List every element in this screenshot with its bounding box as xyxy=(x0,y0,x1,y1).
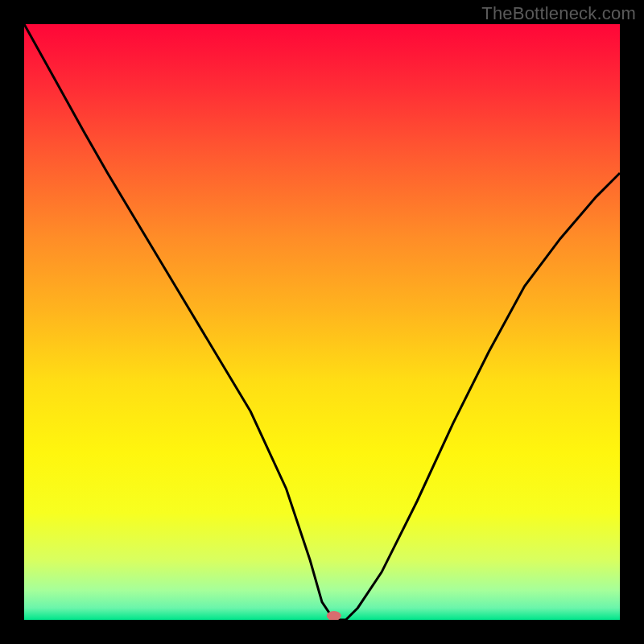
watermark-text: TheBottleneck.com xyxy=(481,3,636,24)
plot-area xyxy=(24,24,620,620)
chart-frame: TheBottleneck.com xyxy=(0,0,644,644)
gradient-background xyxy=(24,24,620,620)
chart-svg xyxy=(24,24,620,620)
